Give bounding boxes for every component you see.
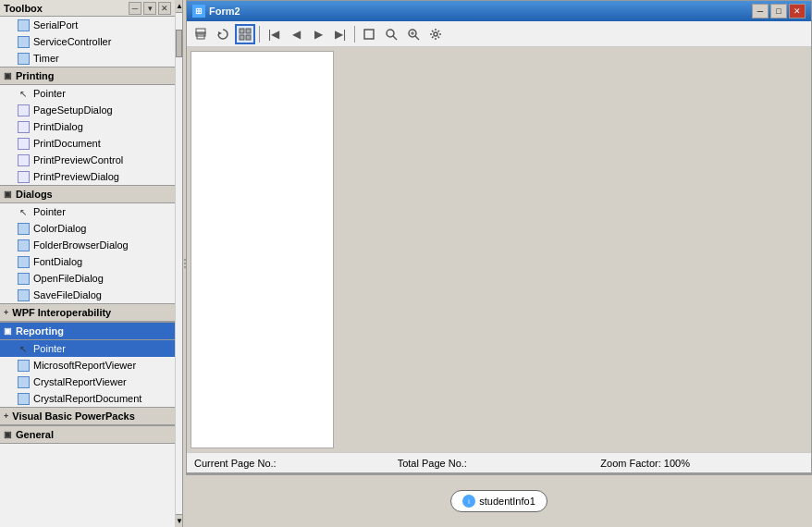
toolbox-item-printpreviewcontrol[interactable]: PrintPreviewControl <box>0 152 175 168</box>
toolbox-item-printdialog[interactable]: PrintDialog <box>0 118 175 135</box>
svg-point-9 <box>387 30 394 37</box>
toolbar-first-btn[interactable]: |◀ <box>264 24 284 44</box>
reporting-items: ↖ Pointer MicrosoftReportViewer CrystalR… <box>0 340 175 407</box>
timer-icon <box>17 52 30 65</box>
form-design-area[interactable] <box>191 51 334 448</box>
printing-items: ↖ Pointer PageSetupDialog PrintDialog Pr… <box>0 85 175 185</box>
minimize-button[interactable]: ─ <box>752 4 769 18</box>
toolbox-item-servicecontroller[interactable]: ServiceController <box>0 33 175 50</box>
printdialog-icon <box>17 120 30 133</box>
toolbox-item-colordialog[interactable]: ColorDialog <box>0 220 175 237</box>
section-dialogs[interactable]: ▣ Dialogs <box>0 185 175 203</box>
toolbar-last-btn[interactable]: ▶| <box>330 24 351 44</box>
general-expand-icon: ▣ <box>4 430 12 439</box>
toolbar-settings-btn[interactable] <box>425 24 446 44</box>
toolbox-item-crystalreportviewer[interactable]: CrystalReportViewer <box>0 374 175 390</box>
search-icon <box>385 28 398 41</box>
toolbox-item-fontdialog[interactable]: FontDialog <box>0 253 175 270</box>
crystalreportdocument-icon <box>17 392 30 405</box>
toolbar-print-btn[interactable] <box>191 24 211 44</box>
toolbar-next-btn[interactable]: ▶ <box>308 24 328 44</box>
toolbox-item-serialport[interactable]: SerialPort <box>0 17 175 33</box>
servicecontroller-icon <box>17 35 30 48</box>
section-reporting[interactable]: ▣ Reporting <box>0 322 175 340</box>
toolbar-refresh-btn[interactable] <box>213 24 233 44</box>
toolbox-item-crystalreportdocument[interactable]: CrystalReportDocument <box>0 390 175 407</box>
toolbox-item-pagesetupdialog[interactable]: PageSetupDialog <box>0 102 175 118</box>
toolbox-arrow-button[interactable]: ▾ <box>143 2 156 15</box>
savefiledialog-icon <box>17 288 30 301</box>
toolbox-item-timer[interactable]: Timer <box>0 50 175 67</box>
folderbrowserdialog-icon <box>17 239 30 251</box>
toolbox-header: Toolbox ─ ▾ ✕ <box>0 0 175 17</box>
printing-expand-icon: ▣ <box>4 71 12 80</box>
toolbox-scroll-area[interactable]: SerialPort ServiceController Timer ▣ Pri… <box>0 17 175 527</box>
right-panel: ⊞ Form2 ─ □ ✕ <box>186 0 812 527</box>
toolbar-sep-2 <box>354 26 355 43</box>
zoom-status: Zoom Factor: 100% <box>600 458 804 469</box>
refresh-icon <box>216 28 229 41</box>
toolbox-item-openfiledialog[interactable]: OpenFileDialog <box>0 270 175 287</box>
form-statusbar: Current Page No.: Total Page No.: Zoom F… <box>187 452 811 472</box>
vbpowerpacks-expand-icon: + <box>4 411 8 421</box>
toolbox-item-pointer-reporting[interactable]: ↖ Pointer <box>0 340 175 357</box>
toolbox-controls: ─ ▾ ✕ <box>129 2 171 15</box>
toolbox-item-microsoftreportviewer[interactable]: MicrosoftReportViewer <box>0 357 175 374</box>
form-titlebar: ⊞ Form2 ─ □ ✕ <box>187 1 811 21</box>
serialport-icon <box>17 18 30 31</box>
settings-icon <box>429 28 442 41</box>
printpreviewcontrol-icon <box>17 153 30 166</box>
total-page-status: Total Page No.: <box>398 458 601 469</box>
printpreviewdialog-icon <box>17 170 30 183</box>
wpf-expand-icon: + <box>4 308 8 317</box>
section-wpf[interactable]: + WPF Interoperability <box>0 303 175 322</box>
toolbox-item-printdocument[interactable]: PrintDocument <box>0 135 175 152</box>
form-toolbar: |◀ ◀ ▶ ▶| <box>187 21 811 47</box>
close-button[interactable]: ✕ <box>789 4 806 18</box>
fontdialog-icon <box>17 255 30 268</box>
toolbox-item-pointer-dialog[interactable]: ↖ Pointer <box>0 203 175 220</box>
pointer-reporting-icon: ↖ <box>17 342 30 355</box>
scroll-track <box>176 57 182 514</box>
toolbox-pin-button[interactable]: ─ <box>129 2 141 15</box>
toolbar-sep-1 <box>259 26 260 43</box>
microsoftreportviewer-icon <box>17 359 30 372</box>
svg-rect-4 <box>240 29 244 33</box>
toolbox-item-savefiledialog[interactable]: SaveFileDialog <box>0 287 175 303</box>
toolbar-search-btn[interactable] <box>381 24 401 44</box>
toolbox-item-folderbrowserdialog[interactable]: FolderBrowserDialog <box>0 237 175 253</box>
form-title-buttons: ─ □ ✕ <box>752 4 806 18</box>
toolbar-stop-btn[interactable] <box>359 24 379 44</box>
toolbox-close-button[interactable]: ✕ <box>158 2 171 15</box>
zoom-icon <box>407 28 420 41</box>
toolbar-layout-btn[interactable] <box>235 24 255 44</box>
student-info-label: studentInfo1 <box>479 496 535 507</box>
maximize-button[interactable]: □ <box>770 4 787 18</box>
toolbox-item-pointer-print[interactable]: ↖ Pointer <box>0 85 175 102</box>
bottom-tray: i studentInfo1 <box>186 473 812 527</box>
section-printing[interactable]: ▣ Printing <box>0 67 175 85</box>
toolbar-zoom-btn[interactable] <box>403 24 424 44</box>
toolbar-prev-btn[interactable]: ◀ <box>286 24 306 44</box>
pointer-print-icon: ↖ <box>17 87 30 100</box>
toolbox-item-printpreviewdialog[interactable]: PrintPreviewDialog <box>0 168 175 185</box>
info-icon: i <box>464 496 474 506</box>
svg-rect-5 <box>246 29 251 33</box>
svg-marker-3 <box>218 31 222 35</box>
student-info-component[interactable]: i studentInfo1 <box>450 490 547 512</box>
toolbox-title: Toolbox <box>4 3 43 14</box>
section-vbpowerpacks[interactable]: + Visual Basic PowerPacks <box>0 407 175 425</box>
toolbox-scrollbar[interactable]: ▲ ▼ <box>175 0 182 527</box>
pointer-dialog-icon: ↖ <box>17 205 30 218</box>
main-container: Toolbox ─ ▾ ✕ SerialPort ServiceControll… <box>0 0 812 527</box>
form-title-icon: ⊞ <box>192 5 205 18</box>
scroll-thumb[interactable] <box>176 30 182 57</box>
form-title-text: Form2 <box>209 6 240 17</box>
svg-rect-6 <box>240 35 244 40</box>
printdocument-icon <box>17 137 30 150</box>
svg-line-10 <box>393 36 397 40</box>
pagesetupdialog-icon <box>17 104 30 116</box>
colordialog-icon <box>17 222 30 235</box>
section-general[interactable]: ▣ General <box>0 425 175 444</box>
dialogs-expand-icon: ▣ <box>4 190 12 199</box>
